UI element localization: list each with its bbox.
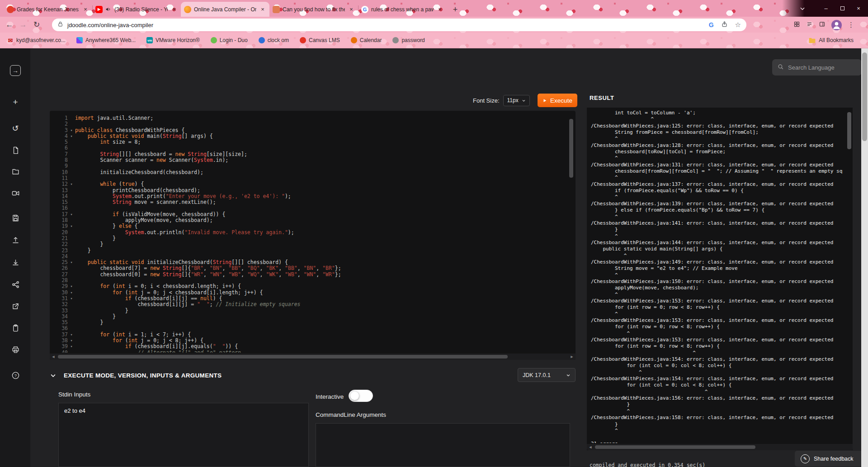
code-line[interactable]: 35 }: [52, 320, 567, 325]
open-external-icon[interactable]: [10, 301, 21, 311]
fold-arrow-icon[interactable]: ▾: [68, 259, 75, 265]
new-file-icon[interactable]: +: [10, 97, 21, 108]
code-line[interactable]: 40 // Alternate "[]" and "o" pattern: [52, 350, 567, 353]
code-line[interactable]: 38▾ for (int j = 0; j < 8; j++) {: [52, 338, 567, 344]
history-icon[interactable]: ↺: [10, 123, 21, 134]
code-editor[interactable]: 1import java.util.Scanner;23▾public clas…: [50, 111, 576, 360]
code-line[interactable]: 8 Scanner scanner = new Scanner(System.i…: [52, 157, 567, 163]
fold-arrow-icon[interactable]: ▾: [68, 332, 75, 338]
my-files-icon[interactable]: [10, 145, 21, 156]
code-line[interactable]: 27 chessboard[0] = new String[]{"WR", "W…: [52, 272, 567, 278]
print-icon[interactable]: [10, 344, 21, 355]
share-icon[interactable]: [10, 279, 21, 290]
browser-tab[interactable]: Grades for Keenan Jones: CS 11×: [4, 2, 92, 17]
scroll-right-icon[interactable]: ►: [568, 354, 576, 360]
fold-arrow-icon[interactable]: ▾: [68, 181, 75, 187]
upload-file-icon[interactable]: [10, 235, 21, 245]
code-line[interactable]: 30▾ for (int j = 0; j < chessboard[i].le…: [52, 290, 567, 296]
code-line[interactable]: 28: [52, 278, 567, 283]
result-horizontal-scrollbar[interactable]: ◄: [587, 444, 853, 450]
lock-icon[interactable]: [57, 21, 63, 29]
bookmark-star-icon[interactable]: ☆: [735, 21, 741, 29]
commandline-textarea[interactable]: [316, 423, 570, 467]
share-feedback-button[interactable]: ✎ Share feedback: [795, 451, 868, 467]
code-line[interactable]: 26 chessboard[7] = new String[]{"BR", "B…: [52, 265, 567, 271]
editor-horizontal-scrollbar[interactable]: ◄ ►: [50, 354, 576, 360]
browser-tab[interactable]: ▶(39) Radio Silence - YouTub...×: [92, 2, 181, 17]
all-bookmarks-button[interactable]: All Bookmarks: [809, 37, 854, 43]
code-line[interactable]: 33 }: [52, 308, 567, 314]
save-icon[interactable]: [10, 212, 21, 223]
google-services-icon[interactable]: G: [709, 21, 714, 28]
close-window-button[interactable]: ×: [851, 2, 866, 15]
editor-vertical-scrollbar[interactable]: [569, 115, 573, 350]
code-line[interactable]: 4▾ public static void main(String[] args…: [52, 133, 567, 139]
fold-arrow-icon[interactable]: ▾: [68, 290, 75, 296]
fold-arrow-icon[interactable]: ▾: [68, 212, 75, 217]
scrollbar-track[interactable]: [594, 445, 853, 449]
code-line[interactable]: 13 printChessboard(chessboard);: [52, 188, 567, 193]
download-file-icon[interactable]: [10, 257, 21, 268]
browser-menu-icon[interactable]: ⋮: [848, 21, 854, 29]
tab-close-icon[interactable]: ×: [348, 6, 355, 13]
back-button[interactable]: ←: [3, 18, 16, 32]
code-line[interactable]: 39▾ if (chessboard[i][j].equals(" ")) {: [52, 344, 567, 349]
scrollbar-thumb[interactable]: [862, 52, 867, 141]
code-lines[interactable]: 1import java.util.Scanner;23▾public clas…: [52, 115, 567, 353]
browser-tab[interactable]: Can you find how to fix the erro...×: [269, 2, 358, 17]
code-line[interactable]: 19▾ } else {: [52, 223, 567, 229]
tab-close-icon[interactable]: ×: [259, 6, 266, 13]
forward-button[interactable]: →: [16, 18, 30, 32]
scroll-left-icon[interactable]: ◄: [50, 354, 57, 360]
fold-arrow-icon[interactable]: ▾: [68, 133, 75, 139]
code-line[interactable]: 25▾ public static void initializeChessbo…: [52, 259, 567, 265]
bookmark-item[interactable]: Calendar: [351, 37, 382, 43]
profile-avatar[interactable]: [831, 20, 842, 30]
scrollbar-track[interactable]: [57, 355, 568, 359]
tab-audio-icon[interactable]: [105, 6, 112, 12]
code-line[interactable]: 2: [52, 121, 567, 127]
code-line[interactable]: 20 System.out.println("Invalid move. Ple…: [52, 230, 567, 236]
bookmark-item[interactable]: clock om: [259, 37, 289, 43]
code-line[interactable]: 5 int size = 8;: [52, 139, 567, 145]
code-line[interactable]: 29▾ for (int i = 0; i < chessboard.lengt…: [52, 283, 567, 289]
code-line[interactable]: 24: [52, 254, 567, 259]
new-tab-button[interactable]: +: [449, 4, 461, 15]
fold-arrow-icon[interactable]: ▾: [68, 296, 75, 302]
video-tutorials-icon[interactable]: [10, 188, 21, 198]
code-line[interactable]: 23 }: [52, 248, 567, 254]
code-line[interactable]: 1import java.util.Scanner;: [52, 115, 567, 121]
code-line[interactable]: 6: [52, 145, 567, 151]
maximize-button[interactable]: [835, 2, 850, 15]
tab-close-icon[interactable]: ×: [82, 6, 89, 13]
code-line[interactable]: 17▾ if (isValidMove(move, chessboard)) {: [52, 212, 567, 217]
code-line[interactable]: 34 }: [52, 314, 567, 320]
my-projects-icon[interactable]: [10, 166, 21, 177]
fold-arrow-icon[interactable]: ▾: [68, 223, 75, 229]
code-line[interactable]: 16: [52, 205, 567, 211]
bookmark-item[interactable]: Anywhere365 Web...: [76, 37, 136, 43]
code-line[interactable]: 37▾ for (int i = 1; i < 7; i++) {: [52, 332, 567, 338]
fold-arrow-icon[interactable]: ▾: [68, 344, 75, 349]
chevron-down-icon[interactable]: [50, 372, 57, 379]
bookmark-item[interactable]: ✉kyd@asofnever.co...: [7, 37, 66, 43]
code-line[interactable]: 21 }: [52, 236, 567, 241]
execute-mode-section-header[interactable]: EXECUTE MODE, VERSION, INPUTS & ARGUMENT…: [50, 367, 576, 383]
scrollbar-thumb[interactable]: [847, 112, 851, 149]
scrollbar-thumb[interactable]: [569, 119, 573, 178]
code-line[interactable]: 32 chessboard[i][j] = " "; // Initialize…: [52, 302, 567, 307]
tab-close-icon[interactable]: ×: [170, 6, 178, 13]
code-line[interactable]: 14 System.out.print("Enter your move (e.…: [52, 193, 567, 199]
code-line[interactable]: 18 applyMove(move, chessboard);: [52, 217, 567, 223]
minimize-button[interactable]: –: [818, 2, 834, 15]
expand-panel-icon[interactable]: →: [10, 65, 21, 76]
page-scrollbar[interactable]: [861, 48, 868, 467]
tab-close-icon[interactable]: ×: [436, 6, 443, 13]
jdk-version-select[interactable]: JDK 17.0.1: [518, 368, 576, 382]
code-line[interactable]: 3▾public class ChessboardWithPieces {: [52, 127, 567, 133]
refresh-button[interactable]: ↻: [30, 18, 43, 32]
font-size-select[interactable]: 11px: [503, 95, 530, 106]
search-language-input[interactable]: Search Language: [772, 59, 862, 75]
reading-list-icon[interactable]: [806, 21, 813, 29]
share-icon[interactable]: [721, 21, 728, 29]
